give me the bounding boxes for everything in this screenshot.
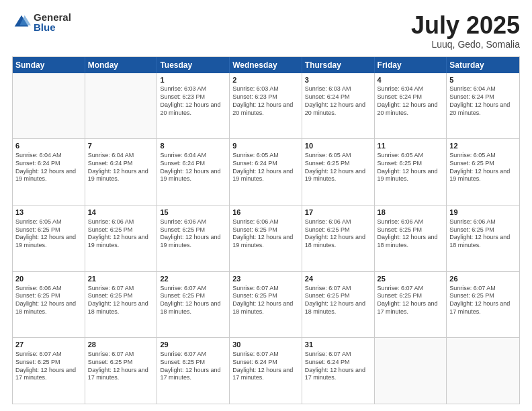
day-cell-10: 10Sunrise: 6:05 AMSunset: 6:25 PMDayligh… xyxy=(302,139,375,205)
day-info: Sunrise: 6:07 AMSunset: 6:24 PMDaylight:… xyxy=(232,351,299,382)
sunrise: Sunrise: 6:07 AM xyxy=(160,351,206,357)
sunrise: Sunrise: 6:05 AM xyxy=(449,152,496,158)
logo-icon xyxy=(12,13,31,32)
daylight: Daylight: 12 hours and 18 minutes. xyxy=(305,234,365,248)
daylight: Daylight: 12 hours and 17 minutes. xyxy=(449,300,510,315)
day-cell-1: 1Sunrise: 6:03 AMSunset: 6:23 PMDaylight… xyxy=(157,73,230,139)
day-info: Sunrise: 6:07 AMSunset: 6:25 PMDaylight:… xyxy=(15,351,82,382)
sunset: Sunset: 6:25 PM xyxy=(15,292,60,299)
day-info: Sunrise: 6:04 AMSunset: 6:24 PMDaylight:… xyxy=(160,152,226,183)
sunset: Sunset: 6:25 PM xyxy=(15,359,60,365)
sunrise: Sunrise: 6:07 AM xyxy=(378,285,424,291)
day-number: 14 xyxy=(88,208,154,218)
daylight: Daylight: 12 hours and 18 minutes. xyxy=(232,300,293,315)
day-header-tuesday: Tuesday xyxy=(157,57,230,73)
sunset: Sunset: 6:24 PM xyxy=(305,93,350,100)
sunrise: Sunrise: 6:06 AM xyxy=(305,218,351,225)
sunset: Sunset: 6:24 PM xyxy=(305,359,350,365)
day-info: Sunrise: 6:05 AMSunset: 6:25 PMDaylight:… xyxy=(305,152,371,183)
day-info: Sunrise: 6:07 AMSunset: 6:25 PMDaylight:… xyxy=(378,285,444,316)
day-header-sunday: Sunday xyxy=(13,57,85,73)
daylight: Daylight: 12 hours and 18 minutes. xyxy=(88,300,148,315)
sunrise: Sunrise: 6:06 AM xyxy=(232,218,279,225)
daylight: Daylight: 12 hours and 17 minutes. xyxy=(160,367,220,381)
day-cell-21: 21Sunrise: 6:07 AMSunset: 6:25 PMDayligh… xyxy=(85,272,158,338)
daylight: Daylight: 12 hours and 17 minutes. xyxy=(232,367,293,381)
sunrise: Sunrise: 6:05 AM xyxy=(378,152,424,158)
day-number: 24 xyxy=(305,274,371,284)
day-info: Sunrise: 6:06 AMSunset: 6:25 PMDaylight:… xyxy=(88,218,154,250)
sunset: Sunset: 6:25 PM xyxy=(449,292,494,299)
week-row-3: 13Sunrise: 6:05 AMSunset: 6:25 PMDayligh… xyxy=(13,205,519,271)
sunset: Sunset: 6:25 PM xyxy=(88,292,133,299)
day-info: Sunrise: 6:05 AMSunset: 6:25 PMDaylight:… xyxy=(15,218,82,250)
daylight: Daylight: 12 hours and 18 minutes. xyxy=(449,234,510,248)
sunrise: Sunrise: 6:07 AM xyxy=(449,285,496,291)
sunset: Sunset: 6:23 PM xyxy=(160,93,205,100)
sunrise: Sunrise: 6:06 AM xyxy=(378,218,424,225)
daylight: Daylight: 12 hours and 20 minutes. xyxy=(160,101,220,116)
day-info: Sunrise: 6:06 AMSunset: 6:25 PMDaylight:… xyxy=(160,218,226,250)
day-cell-17: 17Sunrise: 6:06 AMSunset: 6:25 PMDayligh… xyxy=(302,205,375,271)
daylight: Daylight: 12 hours and 17 minutes. xyxy=(305,367,365,381)
sunrise: Sunrise: 6:07 AM xyxy=(232,351,279,357)
day-cell-20: 20Sunrise: 6:06 AMSunset: 6:25 PMDayligh… xyxy=(13,272,85,338)
day-number: 12 xyxy=(449,141,517,151)
sunset: Sunset: 6:25 PM xyxy=(160,292,205,299)
sunrise: Sunrise: 6:05 AM xyxy=(232,152,279,158)
day-cell-23: 23Sunrise: 6:07 AMSunset: 6:25 PMDayligh… xyxy=(230,272,302,338)
day-info: Sunrise: 6:03 AMSunset: 6:23 PMDaylight:… xyxy=(160,85,226,117)
daylight: Daylight: 12 hours and 20 minutes. xyxy=(305,101,365,116)
sunset: Sunset: 6:24 PM xyxy=(449,93,494,100)
sunset: Sunset: 6:24 PM xyxy=(232,160,277,167)
day-cell-31: 31Sunrise: 6:07 AMSunset: 6:24 PMDayligh… xyxy=(302,338,375,404)
logo-text: General Blue xyxy=(34,12,71,32)
daylight: Daylight: 12 hours and 19 minutes. xyxy=(15,168,76,183)
day-info: Sunrise: 6:06 AMSunset: 6:25 PMDaylight:… xyxy=(232,218,299,250)
day-info: Sunrise: 6:06 AMSunset: 6:25 PMDaylight:… xyxy=(449,218,517,250)
sunset: Sunset: 6:25 PM xyxy=(88,226,133,233)
daylight: Daylight: 12 hours and 18 minutes. xyxy=(378,234,438,248)
day-cell-30: 30Sunrise: 6:07 AMSunset: 6:24 PMDayligh… xyxy=(230,338,302,404)
sunrise: Sunrise: 6:07 AM xyxy=(88,285,134,291)
day-number: 21 xyxy=(88,274,154,284)
day-number: 6 xyxy=(15,141,82,151)
day-number: 9 xyxy=(232,141,299,151)
day-header-monday: Monday xyxy=(85,57,158,73)
sunset: Sunset: 6:25 PM xyxy=(449,226,494,233)
daylight: Daylight: 12 hours and 19 minutes. xyxy=(232,168,293,183)
sunset: Sunset: 6:25 PM xyxy=(378,292,423,299)
sunset: Sunset: 6:25 PM xyxy=(305,292,350,299)
calendar-body: 1Sunrise: 6:03 AMSunset: 6:23 PMDaylight… xyxy=(13,73,519,404)
daylight: Daylight: 12 hours and 19 minutes. xyxy=(88,234,148,248)
sunset: Sunset: 6:25 PM xyxy=(305,160,350,167)
day-info: Sunrise: 6:07 AMSunset: 6:25 PMDaylight:… xyxy=(160,285,226,316)
daylight: Daylight: 12 hours and 18 minutes. xyxy=(15,300,76,315)
day-number: 7 xyxy=(88,141,154,151)
sunrise: Sunrise: 6:05 AM xyxy=(305,152,351,158)
day-info: Sunrise: 6:07 AMSunset: 6:25 PMDaylight:… xyxy=(160,351,226,382)
calendar: SundayMondayTuesdayWednesdayThursdayFrid… xyxy=(12,56,520,404)
day-cell-24: 24Sunrise: 6:07 AMSunset: 6:25 PMDayligh… xyxy=(302,272,375,338)
day-cell-6: 6Sunrise: 6:04 AMSunset: 6:24 PMDaylight… xyxy=(13,139,85,205)
sunset: Sunset: 6:25 PM xyxy=(232,226,277,233)
week-row-1: 1Sunrise: 6:03 AMSunset: 6:23 PMDaylight… xyxy=(13,73,519,139)
sunrise: Sunrise: 6:04 AM xyxy=(449,85,496,92)
sunset: Sunset: 6:25 PM xyxy=(160,226,205,233)
day-number: 28 xyxy=(88,340,154,350)
day-info: Sunrise: 6:05 AMSunset: 6:25 PMDaylight:… xyxy=(378,152,444,183)
logo-blue: Blue xyxy=(34,22,71,32)
day-info: Sunrise: 6:07 AMSunset: 6:25 PMDaylight:… xyxy=(88,285,154,316)
sunrise: Sunrise: 6:03 AM xyxy=(305,85,351,92)
sunrise: Sunrise: 6:07 AM xyxy=(160,285,206,291)
day-cell-16: 16Sunrise: 6:06 AMSunset: 6:25 PMDayligh… xyxy=(230,205,302,271)
day-cell-7: 7Sunrise: 6:04 AMSunset: 6:24 PMDaylight… xyxy=(85,139,158,205)
day-cell-9: 9Sunrise: 6:05 AMSunset: 6:24 PMDaylight… xyxy=(230,139,302,205)
day-number: 5 xyxy=(449,75,517,85)
day-number: 20 xyxy=(15,274,82,284)
sunset: Sunset: 6:24 PM xyxy=(15,160,60,167)
day-info: Sunrise: 6:03 AMSunset: 6:24 PMDaylight:… xyxy=(305,85,371,117)
day-number: 19 xyxy=(449,208,517,218)
sunset: Sunset: 6:25 PM xyxy=(305,226,350,233)
day-cell-28: 28Sunrise: 6:07 AMSunset: 6:25 PMDayligh… xyxy=(85,338,158,404)
